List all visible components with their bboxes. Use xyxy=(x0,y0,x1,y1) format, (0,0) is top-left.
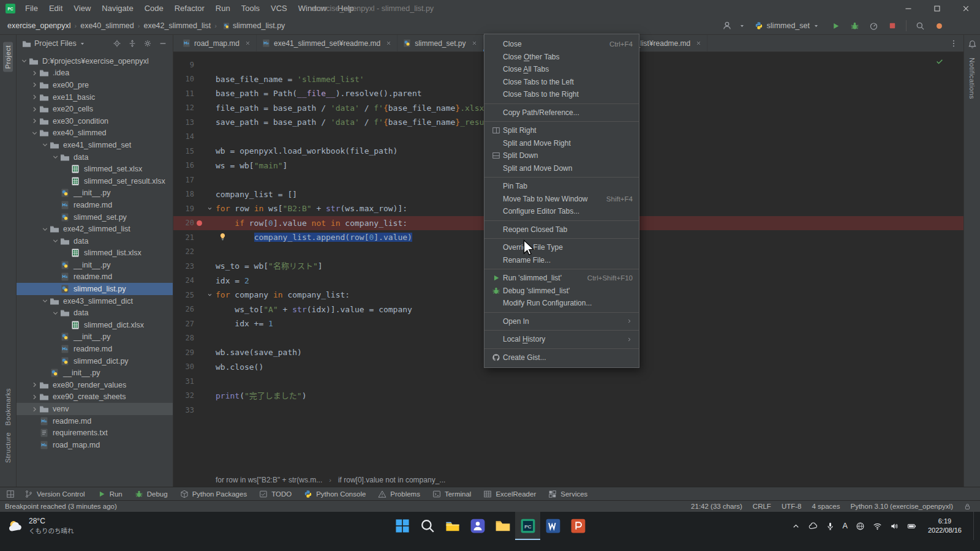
line-number[interactable]: 16 xyxy=(173,161,194,170)
close-tab-icon[interactable] xyxy=(471,40,478,47)
line-number[interactable]: 18 xyxy=(173,190,194,198)
context-menu-item[interactable]: CloseCtrl+F4 xyxy=(484,38,639,51)
line-number[interactable]: 11 xyxy=(173,89,194,98)
debug-button[interactable] xyxy=(848,19,861,32)
tree-item[interactable]: exe41_slimmed_set xyxy=(17,139,173,151)
close-button[interactable] xyxy=(951,0,980,17)
taskbar-app-teams[interactable] xyxy=(465,512,490,540)
notifications-bell-icon[interactable] xyxy=(964,40,980,49)
tray-language[interactable] xyxy=(856,522,865,531)
context-menu-item[interactable]: Open In xyxy=(484,315,639,328)
tree-item[interactable]: exe30_condition xyxy=(17,115,173,127)
taskbar-app-folder[interactable] xyxy=(490,512,515,540)
lock-icon[interactable] xyxy=(963,503,971,511)
user-icon[interactable] xyxy=(720,19,734,32)
status-item[interactable]: 4 spaces xyxy=(812,503,840,510)
context-menu-item[interactable]: Split and Move Down xyxy=(484,162,639,175)
tree-item[interactable]: venv xyxy=(17,403,173,415)
tree-item[interactable]: slimmed_list.py xyxy=(17,283,173,295)
line-number[interactable]: 20 xyxy=(173,219,194,227)
taskbar-app-windows-start[interactable] xyxy=(390,512,415,540)
project-view-select[interactable]: Project Files xyxy=(22,39,85,48)
tree-item[interactable]: .idea xyxy=(17,67,173,80)
tool-window-button-terminal[interactable]: Terminal xyxy=(426,487,477,500)
context-menu-item[interactable]: Rename File... xyxy=(484,254,639,267)
menu-tools[interactable]: Tools xyxy=(236,0,265,17)
tree-item[interactable]: readme.md xyxy=(17,343,173,355)
line-number[interactable]: 19 xyxy=(173,204,194,213)
status-item[interactable]: 21:42 (33 chars) xyxy=(691,503,742,510)
tree-item[interactable]: slimmed_dict.xlsx xyxy=(17,319,173,331)
editor-tab[interactable]: slimmed_set.py xyxy=(398,35,483,51)
tree-item[interactable]: __init__.py xyxy=(17,331,173,343)
tree-item[interactable]: exe20_cells xyxy=(17,103,173,115)
context-menu-item[interactable]: Override File Type xyxy=(484,241,639,254)
status-message[interactable]: Breakpoint reached (3 minutes ago) xyxy=(5,503,117,510)
line-number[interactable]: 12 xyxy=(173,103,194,112)
context-menu-item[interactable]: Pin Tab xyxy=(484,180,639,193)
editor-tab[interactable]: exe41_slimmed_set¥readme.md xyxy=(257,35,398,51)
breadcrumb-item[interactable]: exercise_openpyxl xyxy=(6,21,72,30)
line-number[interactable]: 9 xyxy=(173,61,194,69)
tab-options-kebab-icon[interactable] xyxy=(944,35,963,51)
tree-item[interactable]: exe00_pre xyxy=(17,79,173,91)
tool-stripe-project[interactable]: Project xyxy=(0,42,16,72)
tool-stripe-notifications[interactable]: Notifications xyxy=(964,54,980,102)
context-menu-item[interactable]: Close All Tabs xyxy=(484,63,639,76)
gear-icon[interactable] xyxy=(143,39,152,48)
taskbar-clock[interactable]: 6:192022/08/16 xyxy=(924,517,965,535)
tool-window-button-problems[interactable]: Problems xyxy=(372,487,426,500)
ide-notification-dot-icon[interactable] xyxy=(932,19,946,32)
tree-item[interactable]: exe42_slimmed_list xyxy=(17,223,173,235)
profiler-button[interactable] xyxy=(867,19,880,32)
context-menu-item[interactable]: Close Tabs to the Right xyxy=(484,88,639,101)
editor-tab[interactable]: road_map.md xyxy=(177,35,257,51)
context-menu-item[interactable]: Split Down xyxy=(484,149,639,162)
breadcrumb-item[interactable]: slimmed_list.py xyxy=(232,21,286,30)
tree-item[interactable]: data xyxy=(17,151,173,163)
line-number[interactable]: 22 xyxy=(173,247,194,256)
line-number[interactable]: 14 xyxy=(173,132,194,141)
run-configuration-select[interactable]: slimmed_set xyxy=(750,20,823,32)
user-caret-icon[interactable] xyxy=(739,23,745,29)
menu-run[interactable]: Run xyxy=(210,0,236,17)
tool-window-button-version-control[interactable]: Version Control xyxy=(18,487,91,500)
tree-item[interactable]: readme.md xyxy=(17,199,173,211)
context-menu-item[interactable]: Run 'slimmed_list'Ctrl+Shift+F10 xyxy=(484,272,639,285)
tree-item[interactable]: readme.md xyxy=(17,271,173,283)
status-item[interactable]: CRLF xyxy=(753,503,771,510)
tray-hidden-icons[interactable] xyxy=(791,522,801,531)
menu-file[interactable]: File xyxy=(20,0,43,17)
line-number[interactable]: 13 xyxy=(173,118,194,127)
editor-breadcrumb-item[interactable]: if row[0].value not in company_... xyxy=(338,476,445,484)
tool-window-layout-icon[interactable] xyxy=(6,490,15,498)
maximize-button[interactable] xyxy=(922,0,951,17)
line-number[interactable]: 15 xyxy=(173,147,194,156)
show-desktop-button[interactable] xyxy=(973,512,976,540)
tray-battery[interactable] xyxy=(907,522,916,531)
tool-window-button-services[interactable]: Services xyxy=(542,487,594,500)
line-number[interactable]: 27 xyxy=(173,320,194,328)
menu-vcs[interactable]: VCS xyxy=(265,0,293,17)
breadcrumb-item[interactable]: exe42_slimmed_list xyxy=(142,21,212,30)
tree-item[interactable]: __init__.py xyxy=(17,367,173,379)
run-button[interactable] xyxy=(829,19,842,32)
line-number[interactable]: 21 xyxy=(173,233,194,242)
line-number[interactable]: 28 xyxy=(173,334,194,342)
tree-item[interactable]: slimmed_dict.py xyxy=(17,355,173,367)
tree-item[interactable]: exe40_slimmed xyxy=(17,127,173,140)
line-number[interactable]: 32 xyxy=(173,391,194,400)
context-menu-item[interactable]: Configure Editor Tabs... xyxy=(484,205,639,218)
menu-code[interactable]: Code xyxy=(139,0,169,17)
editor-breadcrumb-item[interactable]: for row in ws["B2:B" + str(ws.m... xyxy=(216,476,322,484)
tree-item[interactable]: __init__.py xyxy=(17,187,173,200)
line-number[interactable]: 33 xyxy=(173,406,194,414)
tree-item[interactable]: slimmed_list.xlsx xyxy=(17,247,173,260)
context-menu-item[interactable]: Close Tabs to the Left xyxy=(484,76,639,89)
stop-button[interactable] xyxy=(886,19,899,32)
menu-navigate[interactable]: Navigate xyxy=(96,0,138,17)
tree-item[interactable]: requirements.txt xyxy=(17,427,173,439)
tree-item[interactable]: data xyxy=(17,307,173,319)
status-item[interactable]: UTF-8 xyxy=(782,503,802,510)
status-item[interactable]: Python 3.10 (exercise_openpyxl) xyxy=(851,503,954,510)
